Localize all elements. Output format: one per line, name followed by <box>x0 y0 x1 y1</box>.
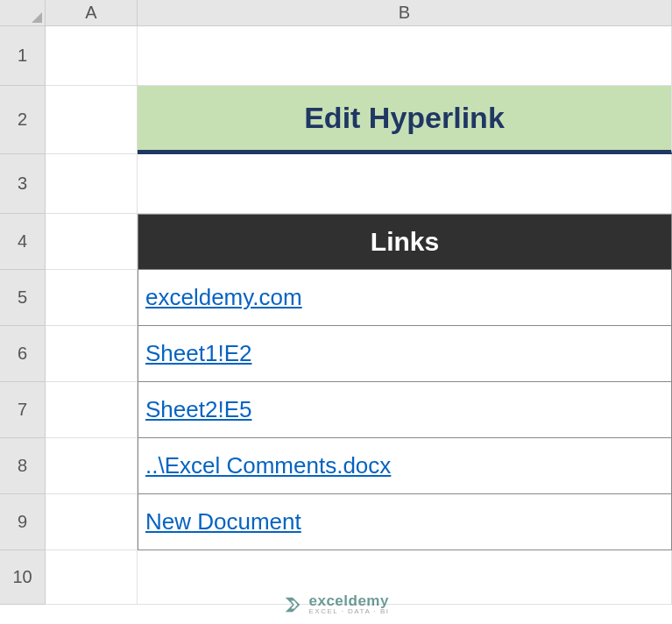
hyperlink-sheet1[interactable]: Sheet1!E2 <box>145 340 251 367</box>
watermark: exceldemy EXCEL · DATA · BI <box>282 593 389 615</box>
cell-b8[interactable]: ..\Excel Comments.docx <box>138 438 672 494</box>
hyperlink-new-doc[interactable]: New Document <box>145 508 301 535</box>
cell-b1[interactable] <box>138 26 672 86</box>
column-header-a[interactable]: A <box>46 0 138 26</box>
cell-b7[interactable]: Sheet2!E5 <box>138 382 672 438</box>
table-header-cell[interactable]: Links <box>138 214 672 270</box>
spreadsheet-grid: Edit Hyperlink Links exceldemy.com Sheet… <box>46 26 672 605</box>
cell-a9[interactable] <box>46 494 138 550</box>
table-header-text: Links <box>371 227 439 257</box>
cell-a1[interactable] <box>46 26 138 86</box>
watermark-tagline: EXCEL · DATA · BI <box>308 608 389 615</box>
row-header-10[interactable]: 10 <box>0 550 46 605</box>
row-header-6[interactable]: 6 <box>0 326 46 382</box>
watermark-logo-icon <box>282 595 301 614</box>
cell-a3[interactable] <box>46 154 138 214</box>
cell-a6[interactable] <box>46 326 138 382</box>
title-cell[interactable]: Edit Hyperlink <box>138 86 672 154</box>
select-all-triangle-icon <box>32 12 42 23</box>
row-header-9[interactable]: 9 <box>0 494 46 550</box>
row-headers-col: 1 2 3 4 5 6 7 8 9 10 <box>0 26 46 605</box>
watermark-text-block: exceldemy EXCEL · DATA · BI <box>308 593 389 615</box>
cell-b5[interactable]: exceldemy.com <box>138 270 672 326</box>
cell-a8[interactable] <box>46 438 138 494</box>
hyperlink-docx[interactable]: ..\Excel Comments.docx <box>145 452 391 479</box>
row-header-7[interactable]: 7 <box>0 382 46 438</box>
select-all-corner[interactable] <box>0 0 46 26</box>
row-header-8[interactable]: 8 <box>0 438 46 494</box>
row-header-2[interactable]: 2 <box>0 86 46 154</box>
title-text: Edit Hyperlink <box>304 101 505 135</box>
cell-a5[interactable] <box>46 270 138 326</box>
cell-a7[interactable] <box>46 382 138 438</box>
hyperlink-sheet2[interactable]: Sheet2!E5 <box>145 396 251 423</box>
watermark-brand: exceldemy <box>308 593 389 608</box>
cell-b6[interactable]: Sheet1!E2 <box>138 326 672 382</box>
cell-b10[interactable] <box>138 550 672 605</box>
cell-b3[interactable] <box>138 154 672 214</box>
column-header-b[interactable]: B <box>138 0 672 26</box>
row-header-5[interactable]: 5 <box>0 270 46 326</box>
cell-a10[interactable] <box>46 550 138 605</box>
hyperlink-exceldemy[interactable]: exceldemy.com <box>145 284 302 311</box>
row-header-4[interactable]: 4 <box>0 214 46 270</box>
cell-a2[interactable] <box>46 86 138 154</box>
row-header-3[interactable]: 3 <box>0 154 46 214</box>
cell-b9[interactable]: New Document <box>138 494 672 550</box>
cell-a4[interactable] <box>46 214 138 270</box>
column-headers-row: A B <box>46 0 672 26</box>
row-header-1[interactable]: 1 <box>0 26 46 86</box>
